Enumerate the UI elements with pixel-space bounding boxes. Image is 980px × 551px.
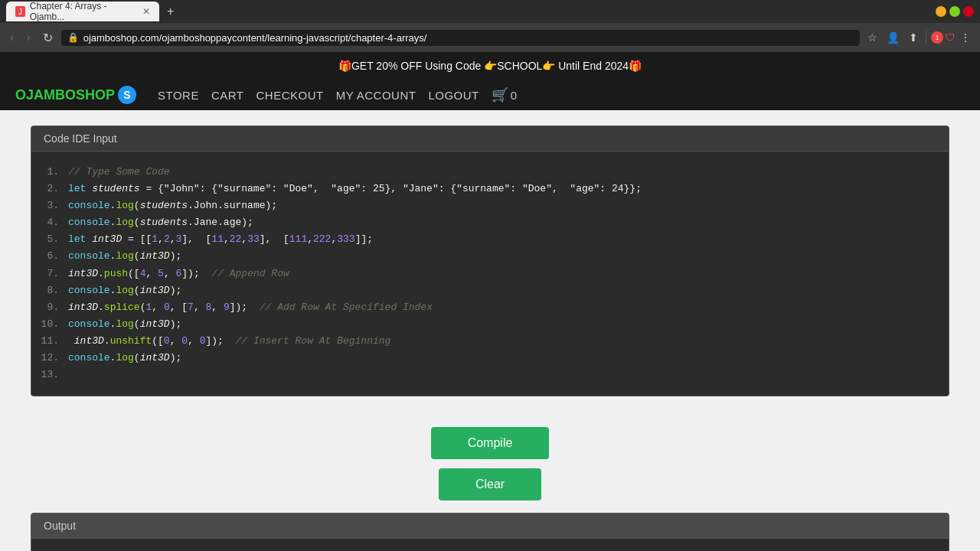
site-content: 🎁GET 20% OFF Using Code 👉SCHOOL👉 Until E… (0, 52, 980, 551)
line-num-12: 12. (38, 350, 59, 367)
nav-logout[interactable]: LOGOUT (428, 89, 479, 102)
code-line-8: 8. console.log(int3D); (38, 282, 936, 299)
line-content-8: console.log(int3D); (68, 282, 181, 299)
line-num-1: 1. (38, 164, 59, 181)
line-num-9: 9. (38, 299, 59, 316)
output-box: Output (31, 513, 949, 551)
logo-s-icon: S (118, 86, 136, 104)
extensions-button[interactable]: ⋮ (957, 30, 974, 45)
line-num-3: 3. (38, 197, 59, 214)
compile-button[interactable]: Compile (431, 427, 550, 459)
code-line-9: 9. int3D.splice(1, 0, [7, 8, 9]); // Add… (38, 299, 936, 316)
code-line-2: 2. let students = {"John": {"surname": "… (38, 181, 936, 197)
ide-container: Code IDE Input 1. // Type Some Code 2. l… (0, 110, 980, 412)
output-label: Output (44, 520, 76, 532)
line-content-1: // Type Some Code (68, 164, 170, 181)
browser-tab[interactable]: J Chapter 4: Arrays - Ojamb... ✕ (6, 2, 159, 21)
ide-header-label: Code IDE Input (44, 132, 117, 145)
output-body (31, 539, 949, 551)
notification-badge: 1 (931, 31, 943, 44)
site-nav: OJAMBOSHOP S STORE CART CHECKOUT MY ACCO… (0, 80, 980, 110)
line-num-8: 8. (38, 282, 59, 299)
cart-icon: 🛒 (492, 86, 508, 103)
line-content-5: let int3D = [[1,2,3], [11,22,33], [111,2… (68, 231, 373, 248)
new-tab-button[interactable]: + (167, 5, 174, 18)
line-num-11: 11. (38, 333, 59, 350)
code-line-10: 10. console.log(int3D); (38, 316, 936, 333)
toolbar-icons: ☆ 👤 ⬆ (864, 30, 921, 45)
action-buttons: Compile Clear (0, 412, 980, 513)
code-line-3: 3. console.log(students.John.surname); (38, 197, 936, 214)
bookmark-button[interactable]: ☆ (864, 30, 880, 45)
share-button[interactable]: ⬆ (906, 30, 921, 45)
address-bar-container: 🔒 (61, 30, 860, 46)
profile-button[interactable]: 👤 (884, 30, 903, 45)
shield-icon: 🛡 (945, 31, 956, 44)
promo-text: 🎁GET 20% OFF Using Code 👉SCHOOL👉 Until E… (338, 60, 642, 72)
code-line-11: 11. int3D.unshift([0, 0, 0]); // Insert … (38, 333, 936, 350)
nav-cart-icon-link[interactable]: 🛒 0 (492, 86, 517, 103)
code-editor[interactable]: 1. // Type Some Code 2. let students = {… (31, 152, 949, 396)
code-line-13: 13. (38, 367, 936, 383)
clear-button[interactable]: Clear (439, 468, 541, 500)
output-header: Output (31, 514, 949, 539)
browser-titlebar: J Chapter 4: Arrays - Ojamb... ✕ + (0, 0, 980, 23)
line-num-7: 7. (38, 266, 59, 282)
code-line-6: 6. console.log(int3D); (38, 248, 936, 265)
code-line-5: 5. let int3D = [[1,2,3], [11,22,33], [11… (38, 231, 936, 248)
code-line-4: 4. console.log(students.Jane.age); (38, 214, 936, 231)
line-num-13: 13. (38, 367, 59, 383)
browser-chrome: J Chapter 4: Arrays - Ojamb... ✕ + ‹ › ↻… (0, 0, 980, 52)
line-num-5: 5. (38, 231, 59, 248)
tab-close-btn[interactable]: ✕ (142, 6, 150, 17)
code-ide-header: Code IDE Input (31, 126, 949, 152)
line-content-9: int3D.splice(1, 0, [7, 8, 9]); // Add Ro… (68, 299, 433, 316)
code-ide: Code IDE Input 1. // Type Some Code 2. l… (31, 126, 949, 396)
code-line-12: 12. console.log(int3D); (38, 350, 936, 367)
code-line-7: 7. int3D.push([4, 5, 6]); // Append Row (38, 266, 936, 282)
extensions-area: 1 🛡 ⋮ (926, 30, 974, 45)
output-section: Output (0, 513, 980, 551)
back-button[interactable]: ‹ (6, 29, 18, 46)
nav-checkout[interactable]: CHECKOUT (256, 89, 324, 102)
line-content-2: let students = {"John": {"surname": "Doe… (68, 181, 642, 197)
promo-banner: 🎁GET 20% OFF Using Code 👉SCHOOL👉 Until E… (0, 52, 980, 80)
cart-count: 0 (511, 89, 517, 102)
window-maximize-btn[interactable] (949, 6, 960, 17)
code-line-1: 1. // Type Some Code (38, 164, 936, 181)
nav-links: STORE CART CHECKOUT MY ACCOUNT LOGOUT 🛒 … (158, 86, 517, 103)
line-num-2: 2. (38, 181, 59, 197)
tab-title: Chapter 4: Arrays - Ojamb... (30, 1, 135, 22)
refresh-button[interactable]: ↻ (39, 29, 57, 47)
window-controls (936, 6, 974, 17)
window-minimize-btn[interactable] (936, 6, 946, 17)
line-num-4: 4. (38, 214, 59, 231)
tab-favicon: J (15, 6, 25, 17)
logo-text: OJAMBOSHOP (15, 87, 115, 103)
nav-store[interactable]: STORE (158, 89, 199, 102)
window-close-btn[interactable] (963, 6, 974, 17)
site-logo[interactable]: OJAMBOSHOP S (15, 86, 136, 104)
line-num-6: 6. (38, 248, 59, 265)
address-bar-input[interactable] (83, 32, 854, 44)
secure-icon: 🔒 (67, 32, 79, 43)
line-num-10: 10. (38, 316, 59, 333)
browser-toolbar: ‹ › ↻ 🔒 ☆ 👤 ⬆ 1 🛡 ⋮ (0, 23, 980, 52)
nav-my-account[interactable]: MY ACCOUNT (336, 89, 416, 102)
line-content-4: console.log(students.Jane.age); (68, 214, 253, 231)
line-content-6: console.log(int3D); (68, 248, 181, 265)
line-content-7: int3D.push([4, 5, 6]); // Append Row (68, 266, 289, 282)
line-content-11: int3D.unshift([0, 0, 0]); // Insert Row … (68, 333, 390, 350)
line-content-12: console.log(int3D); (68, 350, 181, 367)
line-content-3: console.log(students.John.surname); (68, 197, 277, 214)
forward-button[interactable]: › (22, 29, 34, 46)
line-content-10: console.log(int3D); (68, 316, 181, 333)
nav-cart-link[interactable]: CART (211, 89, 244, 102)
